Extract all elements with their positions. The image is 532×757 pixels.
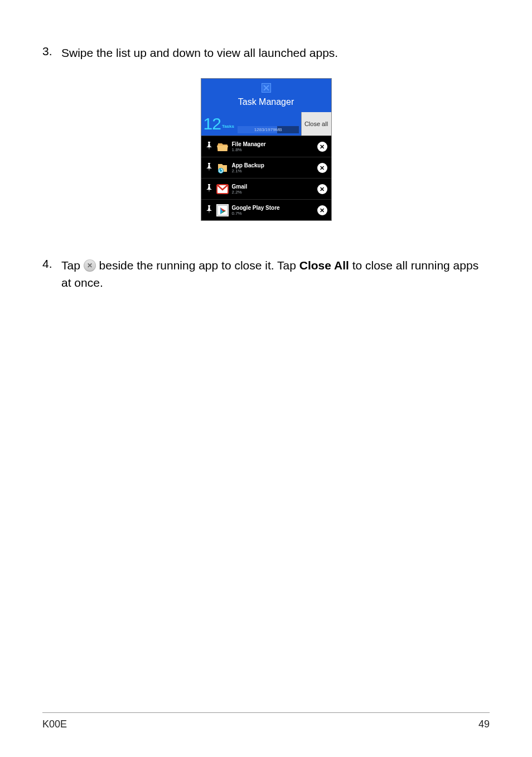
- pin-icon: [205, 205, 213, 215]
- task-count-label: Tasks: [222, 124, 234, 129]
- pin-icon: [205, 163, 213, 173]
- close-icon[interactable]: ✕: [317, 142, 327, 152]
- play-store-icon: [216, 204, 229, 216]
- task-percent: 1.8%: [232, 147, 314, 152]
- task-name: Gmail: [232, 184, 314, 190]
- task-row: Google Play Store 0.7% ✕: [201, 199, 331, 220]
- step-4-number: 4.: [42, 257, 61, 291]
- task-percent: 2.1%: [232, 168, 314, 173]
- task-manager-header-icon: [262, 83, 271, 93]
- task-row: App Backup 2.1% ✕: [201, 157, 331, 178]
- pin-icon: [205, 184, 213, 194]
- task-name: Google Play Store: [232, 205, 314, 211]
- task-manager-title: Task Manager: [201, 97, 331, 107]
- page-footer: K00E 49: [42, 712, 490, 730]
- footer-model: K00E: [42, 719, 67, 730]
- step-3-text: Swipe the list up and down to view all l…: [61, 45, 338, 61]
- task-name: File Manager: [232, 141, 314, 147]
- step-3: 3. Swipe the list up and down to view al…: [42, 45, 490, 61]
- close-icon[interactable]: ✕: [317, 205, 327, 215]
- task-count-number: 12: [204, 112, 221, 136]
- task-count-wrap: 12 Tasks: [201, 112, 234, 136]
- footer-page: 49: [478, 719, 490, 730]
- memory-text: 1283/1979MB: [254, 127, 282, 132]
- task-percent: 0.7%: [232, 211, 314, 216]
- step-4-text-mid: beside the running app to close it. Tap: [96, 259, 299, 272]
- task-row: File Manager 1.8% ✕: [201, 136, 331, 157]
- step-4-text-prefix: Tap: [61, 259, 84, 272]
- close-all-button[interactable]: Close all: [301, 112, 331, 136]
- step-3-number: 3.: [42, 45, 61, 61]
- inline-close-icon: ✕: [84, 259, 96, 272]
- task-manager-widget: Task Manager 12 Tasks 1283/1979MB Close …: [201, 78, 332, 221]
- app-backup-icon: [216, 162, 229, 174]
- file-manager-icon: [216, 141, 229, 153]
- task-percent: 2.2%: [232, 190, 314, 195]
- step-4-text-bold: Close All: [299, 259, 349, 272]
- close-icon[interactable]: ✕: [317, 163, 327, 173]
- task-name: App Backup: [232, 162, 314, 168]
- pin-icon: [205, 142, 213, 152]
- gmail-icon: [216, 183, 229, 195]
- step-4: 4. Tap ✕ beside the running app to close…: [42, 257, 490, 291]
- close-icon[interactable]: ✕: [317, 184, 327, 194]
- task-row: Gmail 2.2% ✕: [201, 178, 331, 199]
- memory-bar: 1283/1979MB: [238, 126, 299, 133]
